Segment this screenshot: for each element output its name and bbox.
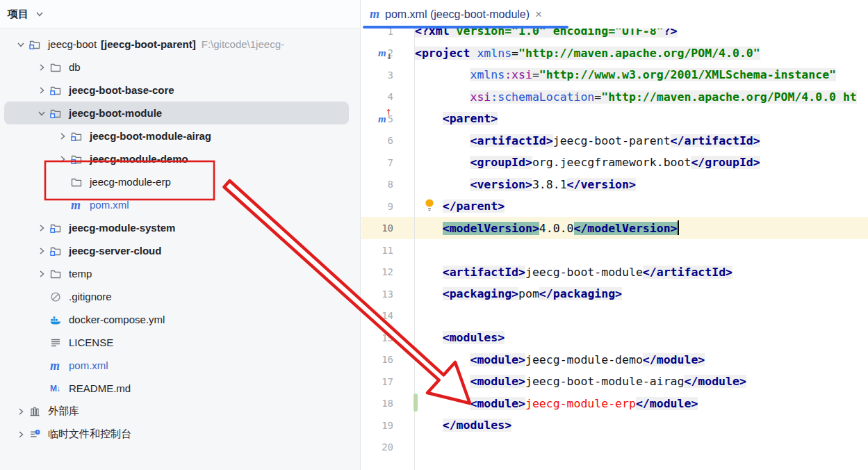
tree-item-jeecg-boot-root[interactable]: jeecg-boot[jeecg-boot-parent]F:\gitcode\… [0, 33, 360, 56]
project-path: F:\gitcode\1jeecg- [202, 38, 284, 50]
tree-item-label: 临时文件和控制台 [48, 428, 131, 441]
code-line-9[interactable]: </parent> [415, 195, 868, 218]
code-line-11[interactable] [415, 239, 868, 261]
vcs-change-marker [413, 394, 418, 412]
code-line-18[interactable]: <module>jeecg-module-erp</module> [415, 393, 868, 415]
code-line-5[interactable]: <parent> [415, 108, 868, 130]
chevron-right-icon[interactable] [33, 222, 50, 234]
docker-icon [50, 314, 68, 325]
tree-item-docker-compose-yml[interactable]: docker-compose.yml [0, 308, 360, 331]
code-line-19[interactable]: </modules> [415, 414, 868, 437]
tree-item-label: pom.xml [90, 199, 129, 211]
tree-item-label: temp [69, 268, 92, 279]
tab-pom-xml[interactable]: m pom.xml (jeecg-boot-module) × [363, 0, 568, 29]
tree-item-label: 外部库 [48, 405, 79, 418]
project-header[interactable]: 项目 [0, 0, 360, 29]
code-token: <parent> [443, 112, 498, 125]
maven-down-icon[interactable]: m↓ [378, 47, 386, 59]
tree-item-jeecg-boot-base-core[interactable]: jeecg-boot-base-core [0, 79, 360, 102]
code-line-6[interactable]: <artifactId>jeecg-boot-parent</artifactI… [415, 130, 868, 152]
code-token: 3.8.1 [532, 178, 567, 191]
code-token: </parent> [443, 200, 505, 213]
code-token: "http://maven.apache.org/POM/4.0.0" [518, 47, 760, 60]
tree-item-label: jeecg-boot-base-core [69, 84, 174, 96]
tree-item-db[interactable]: db [0, 56, 360, 79]
chevron-down-icon[interactable] [34, 8, 45, 19]
tree-item-license[interactable]: LICENSE [0, 331, 360, 354]
code-line-16[interactable]: <module>jeecg-module-demo</module> [415, 349, 868, 371]
tree-item-label: jeecg-module-demo [90, 153, 188, 165]
code-line-12[interactable]: <artifactId>jeecg-boot-module</artifactI… [415, 261, 868, 284]
project-tool-window: 项目 jeecg-boot[jeecg-boot-parent]F:\gitco… [0, 0, 361, 470]
code-token: <artifactId> [470, 134, 552, 147]
module-folder-icon [50, 85, 68, 96]
code-line-2[interactable]: <project xmlns="http://maven.apache.org/… [415, 42, 868, 65]
code-line-20[interactable] [415, 437, 868, 459]
chevron-right-icon[interactable] [33, 245, 50, 257]
chevron-right-icon[interactable] [33, 62, 50, 73]
scratches-icon [29, 429, 47, 440]
chevron-right-icon[interactable] [13, 429, 29, 440]
code-line-14[interactable] [415, 305, 868, 327]
module-folder-icon [50, 108, 68, 119]
code-token: <module> [470, 375, 525, 388]
tree-item-module-pom-xml[interactable]: mpom.xml [0, 193, 360, 216]
code-token: jeecg-boot-parent [553, 134, 671, 147]
close-icon[interactable]: × [535, 8, 542, 20]
chevron-right-icon[interactable] [54, 154, 71, 165]
code-token [415, 222, 443, 235]
code-line-10[interactable]: <modelVersion>4.0.0</modelVersion> [415, 218, 868, 240]
tree-item-jeecg-boot-module-airag[interactable]: jeecg-boot-module-airag [0, 124, 360, 147]
module-folder-icon [29, 39, 47, 50]
code-line-13[interactable]: <packaging>pom</packaging> [415, 283, 868, 305]
tree-item-gitignore[interactable]: .gitignore [0, 285, 360, 308]
code-token: jeecg-boot-module [525, 266, 643, 279]
line-number: 9 [388, 201, 393, 212]
line-number: 15 [382, 332, 393, 343]
tree-item-jeecg-module-erp[interactable]: jeecg-module-erp [0, 170, 360, 193]
tree-item-scratches-and-consoles[interactable]: 临时文件和控制台 [0, 423, 360, 446]
code-line-15[interactable]: <modules> [415, 327, 868, 349]
text-caret [678, 220, 679, 235]
maven-icon: m [370, 8, 379, 21]
tree-item-temp[interactable]: temp [0, 262, 360, 285]
tree-item-jeecg-module-system[interactable]: jeecg-module-system [0, 216, 360, 239]
line-number: 13 [382, 289, 393, 300]
code-line-7[interactable]: <groupId>org.jeecgframework.boot</groupI… [415, 152, 868, 174]
code-token: </modelVersion> [574, 222, 678, 235]
editor-pane[interactable]: 12m↓345m↑67891011121314151617181920 <?xm… [361, 0, 868, 470]
line-number: 3 [388, 70, 393, 81]
line-number: 10 [382, 222, 393, 234]
code-line-8[interactable]: <version>3.8.1</version> [415, 174, 868, 196]
chevron-right-icon[interactable] [33, 85, 50, 96]
project-tree: jeecg-boot[jeecg-boot-parent]F:\gitcode\… [0, 33, 360, 446]
code-token: 4.0.0 [539, 222, 574, 235]
tree-item-jeecg-module-demo[interactable]: jeecg-module-demo [0, 147, 360, 170]
code-token: = [532, 68, 539, 81]
code-token: <project [415, 47, 477, 60]
code-token [415, 419, 443, 432]
chevron-down-icon[interactable] [13, 39, 29, 50]
code-token: "http://maven.apache.org/POM/4.0.0 ht [601, 90, 857, 104]
tree-item-external-libraries[interactable]: 外部库 [0, 400, 360, 423]
code-token: </artifactId> [643, 266, 732, 279]
tree-item-jeecg-server-cloud[interactable]: jeecg-server-cloud [0, 239, 360, 262]
ide-window: 项目 jeecg-boot[jeecg-boot-parent]F:\gitco… [0, 0, 868, 470]
code-line-4[interactable]: xsi:schemaLocation="http://maven.apache.… [415, 86, 868, 108]
code-token: jeecg-module-demo [525, 353, 643, 366]
line-number: 8 [388, 179, 393, 190]
code-area[interactable]: <?xml version="1.0" encoding="UTF-8"?><p… [415, 20, 868, 458]
maven-icon: m [71, 199, 89, 211]
code-line-3[interactable]: xmlns:xsi="http://www.w3.org/2001/XMLSch… [415, 64, 868, 86]
code-line-17[interactable]: <module>jeecg-boot-module-airag</module> [415, 371, 868, 393]
chevron-right-icon[interactable] [13, 406, 29, 417]
chevron-right-icon[interactable] [33, 268, 50, 279]
maven-up-icon[interactable]: m↑ [378, 113, 386, 125]
chevron-right-icon[interactable] [54, 131, 71, 142]
chevron-down-icon[interactable] [33, 108, 50, 119]
tree-item-jeecg-boot-module[interactable]: jeecg-boot-module [4, 102, 349, 124]
folder-icon [50, 268, 68, 279]
tree-item-readme-md[interactable]: M↓README.md [0, 377, 360, 400]
ignored-icon [50, 291, 68, 302]
tree-item-root-pom-xml[interactable]: mpom.xml [0, 354, 360, 377]
